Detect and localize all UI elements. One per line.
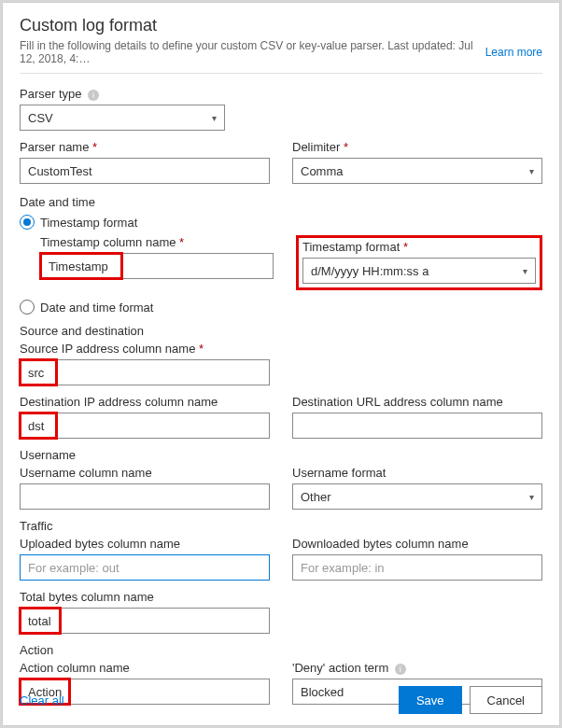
username-col-label: Username column name bbox=[20, 466, 270, 480]
timestamp-fmt-select[interactable]: d/M/yyyy HH:mm:ss a ▾ bbox=[302, 258, 536, 284]
chevron-down-icon: ▾ bbox=[529, 166, 534, 176]
chevron-down-icon: ▾ bbox=[529, 492, 534, 502]
source-dest-section: Source and destination bbox=[20, 324, 542, 338]
dest-url-input[interactable] bbox=[292, 413, 542, 439]
radio-timestamp-format[interactable]: Timestamp format bbox=[20, 215, 542, 230]
timestamp-col-label: Timestamp column name bbox=[40, 235, 274, 249]
parser-name-label: Parser name bbox=[20, 140, 270, 154]
clear-all-link[interactable]: Clear all bbox=[20, 693, 64, 707]
timestamp-col-input[interactable] bbox=[40, 253, 274, 279]
downloaded-bytes-input[interactable] bbox=[292, 554, 542, 581]
username-section: Username bbox=[20, 448, 542, 462]
info-icon[interactable]: i bbox=[88, 90, 99, 101]
dest-ip-label: Destination IP address column name bbox=[20, 395, 270, 409]
downloaded-bytes-label: Downloaded bytes column name bbox=[292, 537, 542, 551]
chevron-down-icon: ▾ bbox=[212, 113, 217, 123]
source-ip-input[interactable] bbox=[20, 359, 270, 385]
radio-icon bbox=[20, 215, 35, 230]
action-section: Action bbox=[20, 643, 542, 657]
uploaded-bytes-label: Uploaded bytes column name bbox=[20, 537, 270, 551]
parser-type-select[interactable]: CSV ▾ bbox=[20, 105, 225, 131]
save-button[interactable]: Save bbox=[399, 686, 462, 714]
date-time-section: Date and time bbox=[20, 195, 542, 209]
total-bytes-input[interactable] bbox=[20, 608, 270, 634]
info-icon[interactable]: i bbox=[395, 664, 406, 675]
deny-term-label: 'Deny' action term i bbox=[292, 661, 542, 675]
source-ip-label: Source IP address column name bbox=[20, 342, 542, 356]
action-col-label: Action column name bbox=[20, 661, 270, 675]
radio-icon bbox=[20, 300, 35, 315]
total-bytes-label: Total bytes column name bbox=[20, 590, 542, 604]
traffic-section: Traffic bbox=[20, 519, 542, 533]
chevron-down-icon: ▾ bbox=[523, 266, 527, 276]
username-fmt-select[interactable]: Other ▾ bbox=[292, 483, 542, 510]
learn-more-link[interactable]: Learn more bbox=[485, 46, 542, 59]
parser-type-group: Parser type i CSV ▾ bbox=[20, 87, 542, 131]
uploaded-bytes-input[interactable] bbox=[20, 554, 270, 581]
timestamp-fmt-label: Timestamp format bbox=[302, 240, 536, 254]
cancel-button[interactable]: Cancel bbox=[470, 686, 542, 714]
username-fmt-label: Username format bbox=[292, 466, 542, 480]
username-col-input[interactable] bbox=[20, 483, 270, 510]
delimiter-select[interactable]: Comma ▾ bbox=[292, 158, 542, 184]
dest-ip-input[interactable] bbox=[20, 413, 270, 439]
page-title: Custom log format bbox=[20, 16, 542, 35]
custom-log-format-panel: Custom log format Fill in the following … bbox=[2, 2, 560, 726]
dest-url-label: Destination URL address column name bbox=[292, 395, 542, 409]
delimiter-label: Delimiter bbox=[292, 140, 542, 154]
parser-name-input[interactable] bbox=[20, 158, 270, 184]
footer: Clear all Save Cancel bbox=[20, 686, 542, 714]
page-subtitle: Fill in the following details to define … bbox=[20, 39, 478, 65]
parser-type-label: Parser type i bbox=[20, 87, 542, 101]
radio-date-time-format[interactable]: Date and time format bbox=[20, 300, 542, 315]
page-subtitle-row: Fill in the following details to define … bbox=[20, 39, 542, 74]
